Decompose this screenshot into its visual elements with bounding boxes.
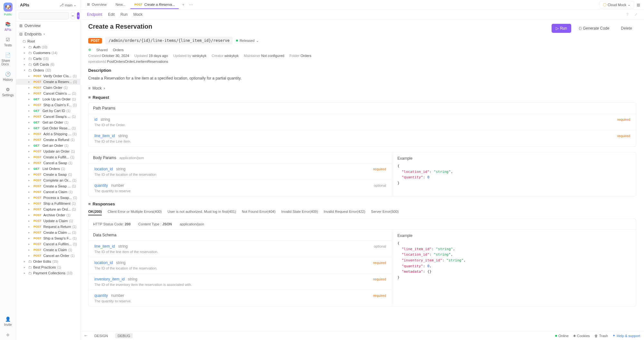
folder-row[interactable]: ▸🗀Best Practices (1) [16, 264, 80, 270]
schema-heading: Data Schema [89, 230, 392, 241]
endpoint-row[interactable]: ▸GETLook Up an Order (1) [16, 96, 80, 102]
endpoint-row[interactable]: ▸POSTProcess a Swap... (1) [16, 195, 80, 201]
mock-label: Mock [92, 86, 102, 90]
endpoint-row[interactable]: ▸POSTCreate a Claim (1) [16, 247, 80, 253]
subtab-endpoint[interactable]: Endpoint [87, 12, 102, 17]
footer-bar: ⇤ DESIGN DEBUG Online ◈ Cookies 🗑 Trash … [80, 331, 644, 340]
rail-apidog[interactable]: ◆ [2, 329, 14, 340]
run-button[interactable]: ▷ Run [552, 24, 571, 33]
endpoint-row[interactable]: ▸GETGet Order Rese... (1) [16, 125, 80, 131]
cookies-button[interactable]: ◈ Cookies [573, 334, 590, 338]
endpoint-row[interactable]: ▸POSTCapture an Ord... (1) [16, 206, 80, 212]
endpoint-row[interactable]: ▸POSTVerify Order Cla... (1) [16, 73, 80, 79]
folder-link[interactable]: Orders [113, 48, 124, 52]
endpoint-row[interactable]: ▸POSTUpdate a Claim (1) [16, 218, 80, 224]
created-val: October 30, 2024 [102, 54, 129, 58]
endpoint-row[interactable]: ▸POSTClaim Order (1) [16, 85, 80, 90]
tab-overview[interactable]: ⊞Overview [83, 0, 110, 9]
endpoint-row[interactable]: ▸POSTComplete an Or... (1) [16, 177, 80, 183]
resp-ct-label: Content Type : [138, 222, 162, 226]
folder-row[interactable]: ▸🗀Auth (10) [16, 44, 80, 50]
endpoint-row[interactable]: ▸POSTUpdate an Order (1) [16, 148, 80, 154]
endpoint-row[interactable]: ▸POSTShip a Claim's F... (1) [16, 102, 80, 108]
root-node[interactable]: 🗀Root [16, 38, 80, 44]
folder-row[interactable]: ▾🗀Orders (32) [16, 67, 80, 73]
response-tab[interactable]: Not Found Error(404) [242, 210, 276, 215]
mock-section-toggle[interactable]: ≡Mock› [88, 86, 636, 90]
endpoint-row[interactable]: ▸POSTCreate a Swap (1) [16, 172, 80, 177]
endpoint-row[interactable]: ▸POSTCancel a Fulfilm... (1) [16, 241, 80, 247]
subtab-run[interactable]: Run [120, 12, 128, 17]
rail-share[interactable]: 📄Share Docs [2, 50, 14, 69]
panel-collapse-icon[interactable]: ⇤ [84, 334, 87, 338]
endpoint-row[interactable]: ▸GETGet by Cart ID (1) [16, 108, 80, 114]
trash-button[interactable]: 🗑 Trash [594, 334, 608, 338]
endpoint-row[interactable]: ▸POSTCreate a Fulfill... (1) [16, 154, 80, 160]
rail-tests[interactable]: ☑Tests [2, 34, 14, 50]
rail-invite[interactable]: 👤Invite [2, 314, 14, 329]
endpoint-row[interactable]: ▸POSTShip a Fulfillment (1) [16, 201, 80, 206]
tab-active[interactable]: POSTCreate a Reserva... [130, 1, 179, 9]
endpoint-row[interactable]: ▸POSTCancel a Claim (1) [16, 189, 80, 195]
expand-icon[interactable]: ⤢ [634, 12, 638, 17]
endpoint-row[interactable]: ▸POSTCreate a Swap ... (1) [16, 183, 80, 189]
rail-apis[interactable]: 📚APIs [2, 19, 14, 34]
endpoint-row[interactable]: ▸POSTArchive Order (1) [16, 212, 80, 218]
endpoint-row[interactable]: ▸GETGet an Order (1) [16, 119, 80, 125]
endpoint-row[interactable]: ▸POSTCancel Claim's ... (1) [16, 90, 80, 96]
endpoint-row[interactable]: ▸POSTCancel Swap's ... (1) [16, 114, 80, 119]
help-icon[interactable]: ? [626, 12, 629, 17]
left-rail: 🐶 Public 📚APIs ☑Tests 📄Share Docs 🕐Histo… [0, 0, 16, 340]
generate-code-button[interactable]: ⟨⟩ Generate Code [574, 24, 613, 33]
subtab-edit[interactable]: Edit [108, 12, 115, 17]
folder-row[interactable]: ▸🗀Customers (14) [16, 50, 80, 56]
rail-settings[interactable]: ⚙Settings [2, 84, 14, 99]
response-tab[interactable]: User is not authorized. Must log in firs… [167, 210, 236, 215]
online-status[interactable]: Online [555, 334, 569, 338]
response-tab[interactable]: Invalid Request Error(422) [324, 210, 365, 215]
folder-row[interactable]: ▸🗀Payment Collections (10) [16, 270, 80, 276]
response-tab[interactable]: Server Error(500) [371, 210, 399, 215]
add-tab-button[interactable]: + [180, 2, 186, 8]
add-button[interactable]: + [77, 12, 80, 19]
response-tab[interactable]: OK(200) [88, 210, 102, 215]
maintainer-label: Maintainer [244, 54, 260, 58]
response-tab[interactable]: Client Error or Multiple Errors(400) [108, 210, 162, 215]
endpoint-row[interactable]: ▸POSTShip a Swap's F... (1) [16, 235, 80, 241]
layout-toggle[interactable]: ▦ [635, 1, 641, 8]
design-tab[interactable]: DESIGN [92, 333, 110, 338]
endpoint-row[interactable]: ▸POSTRequest a Return (1) [16, 224, 80, 230]
tab-new[interactable]: New... [112, 1, 129, 9]
overview-section[interactable]: ⊞Overview [16, 22, 80, 30]
debug-tab[interactable]: DEBUG [115, 333, 133, 338]
updated-label: Updated [134, 54, 148, 58]
tab-more-button[interactable]: ⋯ [188, 2, 194, 8]
endpoint-row[interactable]: ▸GETList Orders (1) [16, 166, 80, 172]
endpoints-section[interactable]: ⊟Endpoints ▾ [16, 30, 80, 38]
maintainer-val: Not configured [261, 54, 284, 58]
environment-selector[interactable]: Cloud Mock ⌄ [600, 1, 634, 8]
endpoint-row[interactable]: ▸POSTCreate a Reserv... (1) [16, 79, 80, 85]
search-input[interactable] [19, 12, 69, 19]
folder-row[interactable]: ▸🗀Order Edits (15) [16, 259, 80, 264]
response-tab[interactable]: Invalid State Error(409) [281, 210, 318, 215]
endpoint-row[interactable]: ▸POSTCreate a Refund (1) [16, 137, 80, 143]
endpoint-row[interactable]: ▸GETGet an Order (1) [16, 143, 80, 148]
endpoint-row[interactable]: ▸POSTAdd a Shipping ... (1) [16, 131, 80, 137]
folder-row[interactable]: ▸🗀Carts (15) [16, 56, 80, 61]
endpoint-row[interactable]: ▸POSTCancel a Swap (1) [16, 160, 80, 166]
app-logo[interactable]: 🐶 [4, 3, 13, 12]
subtab-mock[interactable]: Mock [133, 12, 143, 17]
branch-selector[interactable]: ⎇ main ⌄ [60, 3, 76, 7]
endpoint-row[interactable]: ▸POSTCreate a Claim ... (1) [16, 230, 80, 235]
rail-history[interactable]: 🕐History [2, 69, 14, 84]
response-body-box: Data Schema line_item_idstringoptionalTh… [88, 229, 636, 307]
tabs-bar: ⊞Overview New... POSTCreate a Reserva...… [80, 0, 644, 10]
param-row: location_idstringrequiredThe ID of the l… [89, 257, 392, 274]
delete-button[interactable]: Delete [617, 24, 636, 33]
release-status[interactable]: Released ⌄ [236, 39, 259, 43]
folder-row[interactable]: ▸🗀Gift Cards (6) [16, 61, 80, 67]
help-button[interactable]: ✦ Help & support [612, 334, 640, 338]
endpoint-row[interactable]: ▸POSTCancel an Order (1) [16, 253, 80, 259]
filter-button[interactable]: ⫧ [71, 12, 75, 19]
